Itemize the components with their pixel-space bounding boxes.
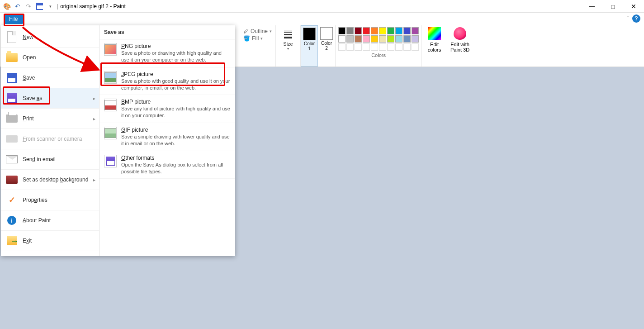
- custom-color-slot[interactable]: [355, 43, 362, 51]
- file-menu-open[interactable]: Open: [1, 48, 99, 68]
- window-controls: — ▢ ✕: [582, 0, 644, 13]
- custom-color-slot[interactable]: [395, 43, 402, 51]
- custom-color-slot[interactable]: [412, 43, 419, 51]
- png-icon: [104, 43, 117, 56]
- window-title: original sample gif 2 - Paint: [60, 3, 126, 10]
- color-swatch[interactable]: [395, 35, 402, 43]
- titlebar-separator: |: [57, 3, 58, 10]
- file-menu: NewOpenSaveSave as▸Print▸From scanner or…: [1, 25, 235, 256]
- open-icon: [5, 52, 18, 63]
- other-icon: [104, 155, 117, 167]
- saveas-jpeg[interactable]: JPEG pictureSave a photo with good quali…: [99, 67, 235, 95]
- file-tab[interactable]: File: [4, 14, 23, 24]
- submenu-caret-icon: ▸: [93, 177, 95, 182]
- file-menu-label: About Paint: [23, 217, 51, 224]
- file-menu-label: Properties: [23, 197, 47, 203]
- color-swatch[interactable]: [371, 27, 378, 34]
- color-swatch[interactable]: [346, 27, 354, 34]
- close-button[interactable]: ✕: [623, 0, 644, 13]
- color-swatch[interactable]: [387, 35, 394, 43]
- file-menu-set-as-desktop-background[interactable]: Set as desktop background▸: [1, 170, 99, 190]
- submenu-caret-icon: ▸: [93, 116, 95, 121]
- color-swatch[interactable]: [412, 27, 419, 34]
- file-menu-save-as[interactable]: Save as▸: [1, 88, 99, 109]
- custom-color-slot[interactable]: [338, 43, 346, 51]
- color-swatch[interactable]: [363, 27, 370, 34]
- color1-button[interactable]: Color 1: [301, 25, 318, 67]
- file-menu-label: Save: [23, 75, 35, 81]
- color-swatch[interactable]: [338, 35, 346, 43]
- saveas-desc: Save a photo or drawing with high qualit…: [121, 50, 231, 63]
- help-icon[interactable]: ?: [632, 14, 640, 23]
- color2-button[interactable]: Color 2: [318, 25, 335, 67]
- fill-icon: 🪣: [243, 35, 250, 42]
- send-in-email-icon: [5, 154, 18, 165]
- file-menu-send-in-email[interactable]: Send in email: [1, 149, 99, 170]
- color-swatch[interactable]: [363, 35, 370, 43]
- outline-button[interactable]: 🖊Outline ▾: [243, 28, 272, 34]
- saveas-title: PNG picture: [121, 43, 231, 49]
- rainbow-icon: [428, 27, 441, 40]
- new-icon: [5, 32, 18, 43]
- file-menu-new[interactable]: New: [1, 27, 99, 48]
- saveas-desc: Open the Save As dialog box to select fr…: [121, 162, 231, 175]
- size-button[interactable]: Size ▾: [279, 27, 298, 51]
- quick-access-toolbar: 🎨 ↶ ↷ ▾: [2, 1, 55, 11]
- saveas-bmp[interactable]: BMP pictureSave any kind of picture with…: [99, 95, 235, 123]
- color-swatch[interactable]: [403, 35, 411, 43]
- file-menu-print[interactable]: Print▸: [1, 109, 99, 129]
- color-swatch[interactable]: [379, 27, 386, 34]
- redo-button[interactable]: ↷: [24, 1, 33, 11]
- print-icon: [5, 113, 18, 124]
- file-menu-about-paint[interactable]: iAbout Paint: [1, 210, 99, 231]
- save-icon: [5, 72, 18, 83]
- minimize-button[interactable]: —: [582, 0, 602, 13]
- custom-color-slot[interactable]: [363, 43, 370, 51]
- color-swatch[interactable]: [371, 35, 378, 43]
- file-menu-exit[interactable]: Exit: [1, 231, 99, 251]
- outline-icon: 🖊: [243, 28, 249, 34]
- properties-icon: ✓: [5, 195, 18, 205]
- fill-button[interactable]: 🪣Fill ▾: [243, 35, 272, 42]
- saveas-desc: Save a photo with good quality and use i…: [121, 78, 231, 91]
- paint3d-button[interactable]: Edit with Paint 3D: [447, 25, 473, 67]
- color-swatch[interactable]: [395, 27, 402, 34]
- size-group: Size ▾: [276, 25, 301, 67]
- qat-dropdown[interactable]: ▾: [45, 1, 55, 11]
- submenu-caret-icon: ▸: [93, 96, 95, 101]
- ribbon-collapse-icon[interactable]: ˇ: [627, 16, 629, 21]
- color-swatch[interactable]: [346, 35, 354, 43]
- app-icon[interactable]: 🎨: [2, 1, 12, 11]
- custom-color-slot[interactable]: [371, 43, 378, 51]
- maximize-button[interactable]: ▢: [602, 0, 623, 13]
- color-swatch[interactable]: [412, 35, 419, 43]
- saveas-header: Save as: [99, 25, 235, 39]
- color-swatch[interactable]: [379, 35, 386, 43]
- file-menu-label: Send in email: [23, 156, 56, 162]
- ribbon-tabs: File ˇ ?: [0, 13, 644, 25]
- color-swatch[interactable]: [338, 27, 346, 34]
- file-menu-properties[interactable]: ✓Properties: [1, 190, 99, 210]
- file-menu-label: Print: [23, 115, 34, 122]
- file-menu-save[interactable]: Save: [1, 68, 99, 88]
- undo-button[interactable]: ↶: [13, 1, 23, 11]
- custom-color-slot[interactable]: [379, 43, 386, 51]
- paint3d-icon: [454, 27, 466, 40]
- color-swatch[interactable]: [387, 27, 394, 34]
- edit-colors-button[interactable]: Edit colors: [422, 25, 447, 67]
- save-as-icon: [5, 93, 18, 104]
- saveas-png[interactable]: PNG pictureSave a photo or drawing with …: [99, 39, 235, 67]
- color-swatch[interactable]: [403, 27, 411, 34]
- save-qat-button[interactable]: [34, 1, 44, 11]
- about-paint-icon: i: [5, 215, 18, 226]
- saveas-other[interactable]: Other formatsOpen the Save As dialog box…: [99, 151, 235, 179]
- custom-color-slot[interactable]: [346, 43, 354, 51]
- color-swatch[interactable]: [355, 27, 362, 34]
- file-menu-from-scanner-or-camera[interactable]: From scanner or camera: [1, 129, 99, 149]
- custom-color-slot[interactable]: [403, 43, 411, 51]
- color-swatch[interactable]: [355, 35, 362, 43]
- saveas-gif[interactable]: GIF pictureSave a simple drawing with lo…: [99, 123, 235, 151]
- file-menu-label: Open: [23, 54, 36, 61]
- custom-color-slot[interactable]: [387, 43, 394, 51]
- file-menu-column: NewOpenSaveSave as▸Print▸From scanner or…: [1, 25, 99, 256]
